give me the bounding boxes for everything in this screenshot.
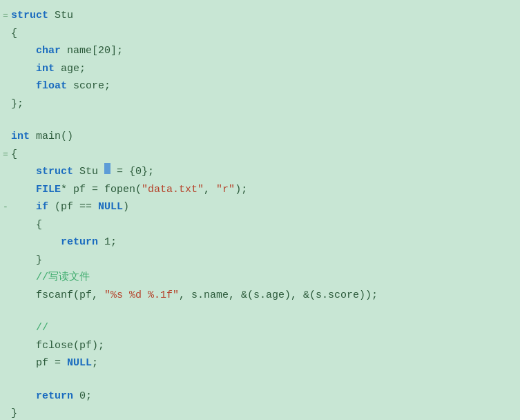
line-marker — [0, 61, 11, 77]
line-marker — [0, 97, 11, 112]
code-line: ={ — [0, 146, 520, 164]
code-token: ; — [92, 354, 98, 372]
code-line: pf = NULL; — [0, 354, 520, 372]
code-line — [0, 372, 520, 388]
code-token: age; — [55, 60, 86, 78]
text-cursor — [104, 163, 110, 174]
comment-token: //写读文件 — [36, 269, 90, 287]
line-marker — [0, 44, 11, 59]
line-marker — [0, 218, 11, 233]
code-line: } — [0, 251, 520, 269]
line-marker — [0, 304, 11, 319]
comment-token: // — [36, 319, 48, 337]
code-line: } — [0, 405, 520, 420]
code-line: { — [0, 25, 520, 43]
code-line — [0, 304, 520, 319]
line-marker — [0, 235, 11, 250]
line-marker — [0, 253, 11, 268]
line-marker — [0, 288, 11, 303]
function-token: fclose — [36, 337, 73, 355]
string-token: "r" — [216, 181, 235, 199]
keyword-token: char — [36, 42, 61, 60]
code-line: - if (pf == NULL) — [0, 198, 520, 216]
line-marker: = — [0, 147, 11, 162]
line-marker — [0, 79, 11, 94]
line-marker — [0, 356, 11, 371]
line-marker — [0, 182, 11, 198]
keyword-token: if — [36, 198, 48, 216]
code-line: { — [0, 216, 520, 234]
line-marker — [0, 389, 11, 404]
line-marker — [0, 372, 11, 388]
code-token: score; — [67, 77, 110, 95]
keyword-token: int — [11, 128, 30, 146]
code-token: (pf == — [48, 198, 98, 216]
function-token: fscanf — [36, 287, 73, 305]
code-token: ) — [123, 198, 129, 216]
line-marker — [0, 406, 11, 420]
code-line: fscanf(pf, "%s %d %.1f", s.name, &(s.age… — [0, 287, 520, 305]
code-token: main() — [30, 128, 73, 146]
keyword-token: NULL — [67, 354, 92, 372]
code-token: ( — [135, 181, 142, 199]
code-token: name[20]; — [61, 42, 123, 60]
code-line: // — [0, 319, 520, 337]
keyword-token: NULL — [98, 198, 123, 216]
line-marker — [0, 164, 11, 180]
code-token: , — [204, 181, 216, 199]
code-line: int main() — [0, 128, 520, 146]
line-marker — [0, 26, 11, 41]
code-line: FILE* pf = fopen("data.txt", "r"); — [0, 181, 520, 199]
code-token: 1; — [98, 233, 117, 251]
line-marker — [0, 113, 11, 128]
line-marker — [0, 338, 11, 354]
keyword-token: FILE — [36, 181, 61, 199]
function-token: fopen — [104, 181, 135, 199]
code-line — [0, 113, 520, 128]
code-token: = {0}; — [110, 163, 154, 181]
code-token: { — [11, 146, 17, 164]
code-line: fclose(pf); — [0, 337, 520, 355]
code-token: }; — [11, 95, 23, 113]
string-token: "data.txt" — [142, 181, 204, 199]
code-line: int age; — [0, 60, 520, 78]
code-line: =struct Stu — [0, 7, 520, 25]
code-token: Stu — [73, 163, 104, 181]
line-marker: - — [0, 200, 11, 215]
keyword-token: struct — [11, 7, 48, 25]
code-editor: =struct Stu { char name[20]; int age; fl… — [0, 0, 520, 420]
code-line: struct Stu = {0}; — [0, 163, 520, 181]
keyword-token: int — [36, 60, 55, 78]
code-line: return 1; — [0, 233, 520, 251]
code-line: return 0; — [0, 388, 520, 405]
code-token: , s.name, &(s.age), &(s.score)); — [179, 287, 378, 305]
keyword-token: struct — [36, 163, 73, 181]
string-token: "%s %d %.1f" — [104, 287, 179, 305]
code-token: (pf); — [73, 337, 104, 355]
line-marker: = — [0, 8, 11, 23]
code-token: { — [36, 216, 42, 234]
code-token: { — [11, 25, 17, 43]
code-line: //写读文件 — [0, 269, 520, 287]
code-token: } — [11, 405, 17, 420]
keyword-token: return — [61, 233, 98, 251]
code-token: (pf, — [73, 287, 104, 305]
line-marker — [0, 270, 11, 285]
line-marker — [0, 129, 11, 144]
code-token: 0; — [73, 388, 92, 405]
code-token: } — [36, 251, 42, 269]
code-token: pf = — [36, 354, 67, 372]
keyword-token: return — [36, 388, 73, 405]
code-token: * pf = — [61, 181, 104, 199]
code-token: Stu — [48, 7, 73, 25]
code-token: ); — [235, 181, 247, 199]
keyword-token: float — [36, 77, 67, 95]
code-line: char name[20]; — [0, 42, 520, 60]
code-line: }; — [0, 95, 520, 113]
line-marker — [0, 321, 11, 336]
code-line: float score; — [0, 77, 520, 95]
